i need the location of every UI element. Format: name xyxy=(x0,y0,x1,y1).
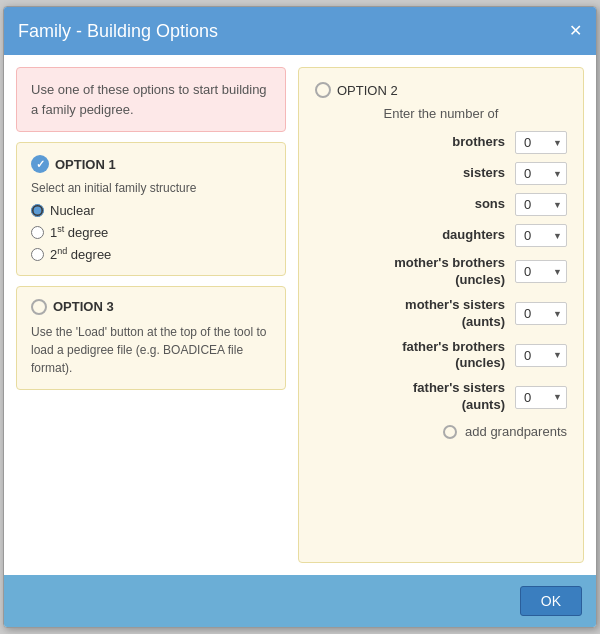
left-panel: Use one of these options to start buildi… xyxy=(16,67,286,563)
fathers-sisters-select[interactable]: 012345 xyxy=(515,386,567,409)
mothers-sisters-select[interactable]: 012345 xyxy=(515,302,567,325)
daughters-select[interactable]: 012345 xyxy=(515,224,567,247)
grandparents-row: add grandparents xyxy=(315,424,567,439)
option1-title: ✓ OPTION 1 xyxy=(31,155,271,173)
fathers-sisters-row: father's sisters(aunts) 012345 xyxy=(315,380,567,414)
daughters-label: daughters xyxy=(375,227,505,244)
option3-text: Use the 'Load' button at the top of the … xyxy=(31,323,271,377)
option1-radio-group: Nuclear 1st degree 2nd degree xyxy=(31,203,271,263)
option1-box: ✓ OPTION 1 Select an initial family stru… xyxy=(16,142,286,276)
sisters-select[interactable]: 012345 xyxy=(515,162,567,185)
brothers-label: brothers xyxy=(375,134,505,151)
option3-title: OPTION 3 xyxy=(31,299,271,315)
mothers-brothers-select-wrapper: 012345 xyxy=(515,260,567,283)
mothers-brothers-label: mother's brothers(uncles) xyxy=(375,255,505,289)
fathers-brothers-select[interactable]: 012345 xyxy=(515,344,567,367)
sons-label: sons xyxy=(375,196,505,213)
info-box: Use one of these options to start buildi… xyxy=(16,67,286,132)
ok-button[interactable]: OK xyxy=(520,586,582,616)
dialog-footer: OK xyxy=(4,575,596,627)
sisters-select-wrapper: 012345 xyxy=(515,162,567,185)
brothers-select-wrapper: 012345 xyxy=(515,131,567,154)
option3-box: OPTION 3 Use the 'Load' button at the to… xyxy=(16,286,286,390)
fathers-brothers-select-wrapper: 012345 xyxy=(515,344,567,367)
option3-radio-circle xyxy=(31,299,47,315)
close-button[interactable]: ✕ xyxy=(569,23,582,39)
mothers-brothers-row: mother's brothers(uncles) 012345 xyxy=(315,255,567,289)
radio-first-label: 1st degree xyxy=(50,224,108,240)
option2-radio-circle xyxy=(315,82,331,98)
fathers-brothers-label: father's brothers(uncles) xyxy=(375,339,505,373)
dialog-body: Use one of these options to start buildi… xyxy=(4,55,596,575)
radio-second-label: 2nd degree xyxy=(50,246,111,262)
fathers-sisters-select-wrapper: 012345 xyxy=(515,386,567,409)
sons-row: sons 012345 xyxy=(315,193,567,216)
right-panel: OPTION 2 Enter the number of brothers 01… xyxy=(298,67,584,563)
radio-nuclear-input[interactable] xyxy=(31,204,44,217)
mothers-sisters-row: mother's sisters(aunts) 012345 xyxy=(315,297,567,331)
dialog-header: Family - Building Options ✕ xyxy=(4,7,596,55)
sons-select[interactable]: 012345 xyxy=(515,193,567,216)
enter-number-label: Enter the number of xyxy=(315,106,567,121)
option2-title: OPTION 2 xyxy=(315,82,567,98)
sisters-label: sisters xyxy=(375,165,505,182)
sons-select-wrapper: 012345 xyxy=(515,193,567,216)
option2-label: OPTION 2 xyxy=(337,83,398,98)
option3-label: OPTION 3 xyxy=(53,299,114,314)
mothers-brothers-select[interactable]: 012345 xyxy=(515,260,567,283)
radio-second-degree[interactable]: 2nd degree xyxy=(31,246,271,262)
fathers-brothers-row: father's brothers(uncles) 012345 xyxy=(315,339,567,373)
option1-label: OPTION 1 xyxy=(55,157,116,172)
mothers-sisters-label: mother's sisters(aunts) xyxy=(375,297,505,331)
daughters-row: daughters 012345 xyxy=(315,224,567,247)
radio-nuclear[interactable]: Nuclear xyxy=(31,203,271,218)
radio-first-degree[interactable]: 1st degree xyxy=(31,224,271,240)
grandparents-label: add grandparents xyxy=(465,424,567,439)
mothers-sisters-select-wrapper: 012345 xyxy=(515,302,567,325)
brothers-select[interactable]: 012345 xyxy=(515,131,567,154)
grandparents-radio xyxy=(443,425,457,439)
info-text: Use one of these options to start buildi… xyxy=(31,82,267,117)
option1-check-icon: ✓ xyxy=(31,155,49,173)
sisters-row: sisters 012345 xyxy=(315,162,567,185)
radio-nuclear-label: Nuclear xyxy=(50,203,95,218)
fathers-sisters-label: father's sisters(aunts) xyxy=(375,380,505,414)
dialog-title: Family - Building Options xyxy=(18,21,218,42)
dialog: Family - Building Options ✕ Use one of t… xyxy=(3,6,597,628)
radio-first-input[interactable] xyxy=(31,226,44,239)
radio-second-input[interactable] xyxy=(31,248,44,261)
daughters-select-wrapper: 012345 xyxy=(515,224,567,247)
option1-subtitle: Select an initial family structure xyxy=(31,181,271,195)
brothers-row: brothers 012345 xyxy=(315,131,567,154)
